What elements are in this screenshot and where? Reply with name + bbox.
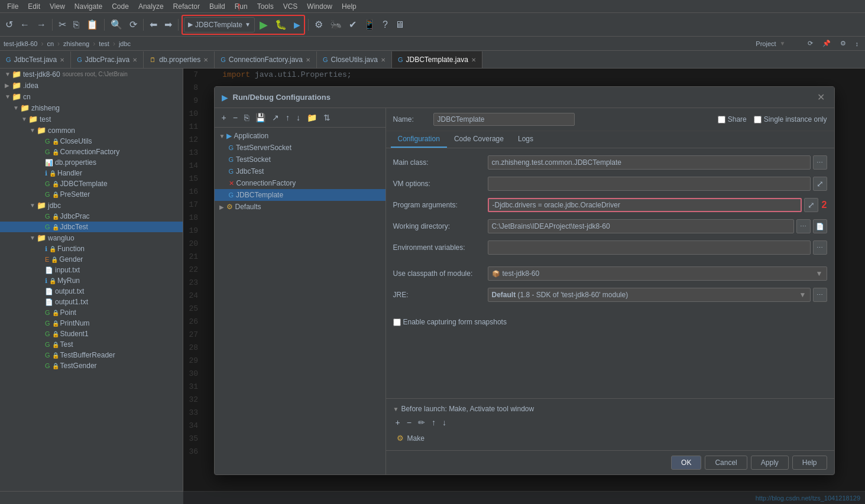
help-btn[interactable]: ? xyxy=(380,17,391,33)
save-config-btn[interactable]: 💾 xyxy=(253,112,268,123)
gear-btn[interactable]: ⚙ xyxy=(837,35,849,52)
breadcrumb-zhisheng[interactable]: zhisheng xyxy=(63,40,89,47)
jre-browse-btn[interactable]: ⋯ xyxy=(813,288,827,302)
dialog-close-button[interactable]: ✕ xyxy=(815,92,827,103)
config-testserversocket[interactable]: G TestServerSocket xyxy=(215,142,385,154)
menu-code[interactable]: Code xyxy=(107,1,134,12)
tree-wangluo[interactable]: ▼ 📁 wangluo xyxy=(0,232,183,243)
navigate-back-btn[interactable]: ⬅ xyxy=(147,17,160,33)
before-launch-remove-btn[interactable]: − xyxy=(404,417,414,428)
coverage-button[interactable]: ▶ xyxy=(291,19,303,31)
tree-outputtxt[interactable]: 📄 output.txt xyxy=(0,286,183,297)
replace-btn[interactable]: ⟳ xyxy=(127,17,140,33)
tree-common[interactable]: ▼ 📁 common xyxy=(0,125,183,136)
tree-jdbc[interactable]: ▼ 📁 jdbc xyxy=(0,200,183,211)
navigate-forward-btn[interactable]: ➡ xyxy=(161,17,175,33)
move-up-btn[interactable]: ↑ xyxy=(283,112,292,123)
menu-window[interactable]: Window xyxy=(302,1,337,12)
build-btn[interactable]: ⚙ xyxy=(312,17,326,33)
tree-jdbcprac[interactable]: G 🔒 JdbcPrac xyxy=(0,211,183,222)
ant-btn[interactable]: 🐜 xyxy=(327,17,345,33)
config-connectionfactory[interactable]: ✕ ConnectionFactory xyxy=(215,177,385,189)
tree-closeutils[interactable]: G 🔒 CloseUtils xyxy=(0,136,183,147)
before-launch-down-btn[interactable]: ↓ xyxy=(440,417,449,428)
config-application-group[interactable]: ▼ ▶ Application xyxy=(215,130,385,142)
vm-options-expand-btn[interactable]: ⤢ xyxy=(813,177,827,191)
sync-btn[interactable]: ⟳ xyxy=(805,35,816,52)
tab-jdbcprac[interactable]: G JdbcPrac.java ✕ xyxy=(71,51,144,68)
breadcrumb-jdk[interactable]: test-jdk8-60 xyxy=(4,40,37,47)
dialog-tab-logs[interactable]: Logs xyxy=(511,131,540,148)
copy-btn[interactable]: ⎘ xyxy=(70,17,82,33)
tree-testbufferreader[interactable]: G 🔒 TestBufferReader xyxy=(0,350,183,360)
tab-jdbctemplate-close[interactable]: ✕ xyxy=(471,57,476,63)
tree-myrun[interactable]: ℹ 🔒 MyRun xyxy=(0,275,183,286)
tree-test[interactable]: ▼ 📁 test xyxy=(0,113,183,125)
pin-btn[interactable]: 📌 xyxy=(819,35,834,52)
menu-vcs[interactable]: VCS xyxy=(278,1,303,12)
tree-dbproperties[interactable]: 📊 db.properties xyxy=(0,157,183,168)
main-class-browse-btn[interactable]: ⋯ xyxy=(813,155,827,170)
cancel-button[interactable]: Cancel xyxy=(705,456,747,470)
dialog-tab-coverage[interactable]: Code Coverage xyxy=(447,131,511,148)
help-button[interactable]: Help xyxy=(792,456,827,470)
tree-output1txt[interactable]: 📄 output1.txt xyxy=(0,297,183,307)
single-instance-checkbox-label[interactable]: Single instance only xyxy=(754,115,827,123)
tree-connectionfactory[interactable]: G 🔒 ConnectionFactory xyxy=(0,147,183,157)
tree-zhisheng[interactable]: ▼ 📁 zhisheng xyxy=(0,102,183,113)
tree-cn[interactable]: ▼ 📁 cn xyxy=(0,91,183,102)
tree-testgender[interactable]: G 🔒 TestGender xyxy=(0,360,183,371)
tree-student1[interactable]: G 🔒 Student1 xyxy=(0,329,183,339)
menu-build[interactable]: Build xyxy=(205,1,230,12)
apply-button[interactable]: Apply xyxy=(751,456,789,470)
working-dir-open-btn[interactable]: 📄 xyxy=(813,219,827,233)
single-instance-checkbox[interactable] xyxy=(754,116,762,123)
share-checkbox[interactable] xyxy=(718,116,725,123)
tree-function[interactable]: ℹ 🔒 Function xyxy=(0,243,183,254)
share-config-btn[interactable]: ↗ xyxy=(270,112,281,123)
refresh-btn[interactable]: ↺ xyxy=(2,17,16,33)
tab-connectionfactory-close[interactable]: ✕ xyxy=(306,57,310,63)
back-btn[interactable]: ← xyxy=(17,17,33,33)
program-args-expand-btn[interactable]: ⤢ xyxy=(804,198,818,212)
before-launch-up-btn[interactable]: ↑ xyxy=(429,417,438,428)
forward-btn[interactable]: → xyxy=(34,17,49,33)
menu-analyze[interactable]: Analyze xyxy=(134,1,169,12)
tree-point[interactable]: G 🔒 Point xyxy=(0,307,183,318)
tree-jdbctest[interactable]: G 🔒 JdbcTest xyxy=(0,222,183,232)
tab-closeutils[interactable]: G CloseUtils.java ✕ xyxy=(317,51,392,68)
classpath-select[interactable]: 📦 test-jdk8-60 ▼ xyxy=(488,266,827,281)
tree-item-root[interactable]: ▼ 📁 test-jdk8-60 sources root, C:\JetBra… xyxy=(0,69,183,80)
jre-select[interactable]: Default (1.8 - SDK of 'test-jdk8-60' mod… xyxy=(488,288,811,302)
add-config-btn[interactable]: + xyxy=(219,112,229,123)
main-class-input[interactable] xyxy=(488,155,811,170)
expand-btn[interactable]: ↕ xyxy=(853,35,862,52)
breadcrumb-cn[interactable]: cn xyxy=(47,40,54,47)
snapshots-checkbox[interactable] xyxy=(393,318,401,326)
tree-jdbctemplate[interactable]: G 🔒 JDBCTemplate xyxy=(0,178,183,189)
tab-dbproperties[interactable]: 🗒 db.properties ✕ xyxy=(144,51,215,68)
run-config-dropdown[interactable]: ▶ JDBCTemplate ▼ xyxy=(184,17,255,32)
copy-config-btn[interactable]: ⎘ xyxy=(242,112,251,123)
menu-navigate[interactable]: Navigate xyxy=(70,1,107,12)
task-btn[interactable]: ✔ xyxy=(346,17,359,33)
env-vars-browse-btn[interactable]: ⋯ xyxy=(813,240,827,255)
settings-btn[interactable]: 🖥 xyxy=(392,17,407,33)
folder-config-btn[interactable]: 📁 xyxy=(304,112,319,123)
remove-config-btn[interactable]: − xyxy=(231,112,240,123)
tab-jdbcprac-close[interactable]: ✕ xyxy=(132,57,137,63)
before-launch-edit-btn[interactable]: ✏ xyxy=(416,417,427,428)
breadcrumb-jdbc[interactable]: jdbc xyxy=(119,40,131,47)
cut-btn[interactable]: ✂ xyxy=(56,17,69,33)
tab-connectionfactory[interactable]: G ConnectionFactory.java ✕ xyxy=(215,51,317,68)
run-button[interactable]: ▶ xyxy=(257,17,270,32)
tab-jdbctest-close[interactable]: ✕ xyxy=(60,57,64,63)
program-args-input[interactable] xyxy=(488,198,802,212)
tree-gender[interactable]: E 🔒 Gender xyxy=(0,254,183,265)
env-vars-input[interactable] xyxy=(488,240,811,255)
breadcrumb-test[interactable]: test xyxy=(99,40,109,47)
tab-closeutils-close[interactable]: ✕ xyxy=(381,57,385,63)
menu-help[interactable]: Help xyxy=(337,1,361,12)
config-jdbctest[interactable]: G JdbcTest xyxy=(215,165,385,177)
tree-printnum[interactable]: G 🔒 PrintNum xyxy=(0,318,183,329)
